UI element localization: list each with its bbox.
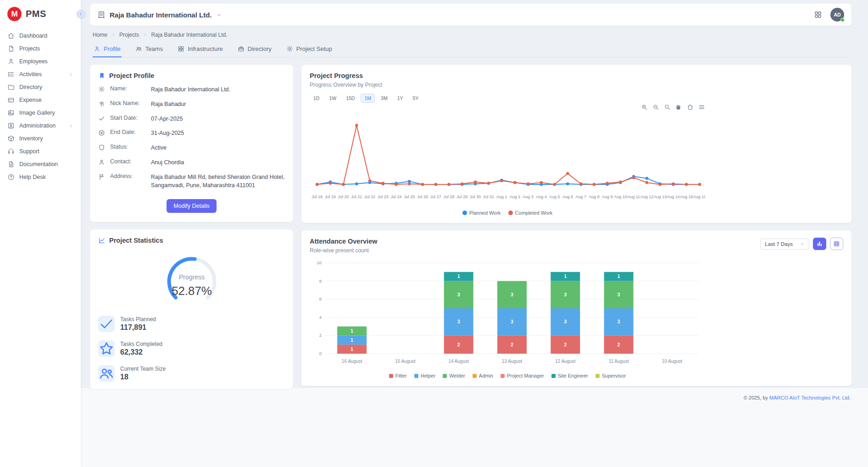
menu-icon[interactable] bbox=[698, 104, 705, 111]
svg-text:Aug 5: Aug 5 bbox=[549, 195, 560, 199]
progress-line-chart[interactable]: Jul 18Jul 19Jul 20Jul 21Jul 22Jul 23Jul … bbox=[310, 111, 705, 206]
legend-item-helper[interactable]: Helper bbox=[414, 373, 435, 378]
attendance-bar-chart[interactable]: 024681011116 August15 August233114 Augus… bbox=[310, 258, 705, 368]
legend-label: Admin bbox=[479, 373, 493, 378]
selection-zoom-icon[interactable] bbox=[664, 104, 671, 111]
zoom-in-icon[interactable] bbox=[641, 104, 648, 111]
tab-directory[interactable]: Directory bbox=[237, 42, 273, 57]
range-button-1y[interactable]: 1Y bbox=[394, 94, 407, 103]
check-icon bbox=[98, 115, 105, 122]
sidebar-item-activities[interactable]: Activities bbox=[4, 68, 77, 81]
legend-marker bbox=[508, 211, 513, 215]
svg-text:1: 1 bbox=[351, 347, 353, 352]
svg-text:Jul 21: Jul 21 bbox=[351, 195, 362, 199]
sidebar-item-documentation[interactable]: Documentation bbox=[4, 158, 77, 171]
legend-item-supervisor[interactable]: Supervisor bbox=[595, 373, 626, 378]
sidebar-item-expense[interactable]: Expense bbox=[4, 94, 77, 106]
legend-item-site-engineer[interactable]: Site Engineer bbox=[551, 373, 588, 378]
project-progress-subtitle: Progress Overview by Project bbox=[310, 82, 843, 88]
breadcrumb-item-projects[interactable]: Projects bbox=[119, 32, 139, 38]
svg-text:15 August: 15 August bbox=[395, 359, 416, 364]
flag-icon bbox=[98, 173, 105, 180]
apps-grid-icon[interactable] bbox=[814, 11, 822, 19]
legend-marker bbox=[462, 211, 467, 215]
footer-link[interactable]: MARCO AIoT Technologies Pvt. Ltd. bbox=[769, 395, 851, 400]
range-button-1d[interactable]: 1D bbox=[310, 94, 323, 103]
sidebar-item-directory[interactable]: Directory bbox=[4, 81, 77, 94]
zoom-out-icon[interactable] bbox=[652, 104, 659, 111]
users-icon bbox=[135, 45, 142, 52]
legend-item-fitter[interactable]: Fitter bbox=[389, 373, 407, 378]
bar-chart-icon bbox=[816, 240, 823, 247]
svg-text:Aug 11: Aug 11 bbox=[627, 195, 640, 199]
svg-text:3: 3 bbox=[511, 319, 513, 324]
legend-marker bbox=[551, 374, 556, 378]
footer: © 2025, by MARCO AIoT Technologies Pvt. … bbox=[302, 395, 851, 405]
range-button-3m[interactable]: 3M bbox=[377, 94, 391, 103]
stat-text: Tasks Planned117,891 bbox=[120, 316, 156, 332]
range-button-1w[interactable]: 1W bbox=[325, 94, 340, 103]
tab-infrastructure[interactable]: Infrastructure bbox=[177, 42, 224, 57]
legend-marker bbox=[414, 374, 418, 378]
sidebar-item-label: Employees bbox=[19, 58, 73, 65]
date-range-select[interactable]: Last 7 Days bbox=[760, 239, 809, 250]
svg-text:1: 1 bbox=[564, 274, 567, 279]
sidebar-item-help-desk[interactable]: Help Desk bbox=[4, 171, 77, 183]
svg-text:Jul 25: Jul 25 bbox=[404, 195, 415, 199]
svg-text:12 August: 12 August bbox=[555, 359, 576, 364]
directory-icon bbox=[7, 83, 15, 91]
svg-text:Aug 1: Aug 1 bbox=[496, 195, 507, 199]
sidebar-item-support[interactable]: Support bbox=[4, 145, 77, 158]
table-view-button[interactable] bbox=[830, 238, 843, 250]
tab-project-setup[interactable]: Project Setup bbox=[285, 42, 333, 57]
tab-teams[interactable]: Teams bbox=[134, 42, 164, 57]
sidebar-item-inventory[interactable]: Inventory bbox=[4, 132, 77, 145]
stat-label: Current Team Size bbox=[120, 366, 166, 372]
legend-item-admin[interactable]: Admin bbox=[473, 373, 493, 378]
svg-text:Jul 20: Jul 20 bbox=[338, 195, 349, 199]
range-button-5y[interactable]: 5Y bbox=[409, 94, 422, 103]
legend-item-project-manager[interactable]: Project Manager bbox=[501, 373, 544, 378]
topbar-right: AD bbox=[814, 8, 844, 22]
pan-icon[interactable] bbox=[675, 104, 682, 111]
avatar[interactable]: AD bbox=[830, 8, 844, 22]
svg-text:1: 1 bbox=[351, 328, 353, 334]
stat-text: Current Team Size18 bbox=[120, 366, 166, 381]
legend-item-planned-work[interactable]: Planned Work bbox=[462, 210, 501, 216]
breadcrumb-item-home[interactable]: Home bbox=[93, 32, 107, 38]
sidebar-item-image-gallery[interactable]: Image Gallery bbox=[4, 106, 77, 119]
tab-profile[interactable]: Profile bbox=[93, 42, 122, 57]
projects-icon bbox=[7, 45, 15, 52]
legend-item-completed-work[interactable]: Completed Work bbox=[508, 210, 553, 216]
svg-text:Jul 30: Jul 30 bbox=[470, 195, 481, 199]
activities-icon bbox=[7, 71, 15, 78]
app-logo[interactable]: M PMS bbox=[0, 0, 81, 27]
svg-text:Jul 27: Jul 27 bbox=[430, 195, 441, 199]
stat-text: Tasks Completed62,332 bbox=[120, 341, 162, 356]
time-range-selector: 1D1W15D1M3M1Y5Y bbox=[310, 94, 843, 103]
bar-chart-view-button[interactable] bbox=[813, 238, 826, 250]
sidebar-item-projects[interactable]: Projects bbox=[4, 42, 77, 55]
sidebar-collapse-button[interactable] bbox=[77, 10, 85, 18]
user-icon bbox=[94, 45, 100, 52]
company-name: Raja Bahadur International Ltd. bbox=[110, 11, 212, 19]
svg-text:3: 3 bbox=[457, 292, 460, 297]
legend-label: Supervisor bbox=[602, 373, 626, 378]
sidebar-item-administration[interactable]: Administration bbox=[4, 119, 77, 132]
left-column: Project Profile Name:Raja Bahadur Intern… bbox=[90, 65, 293, 389]
modify-details-button[interactable]: Modify Details bbox=[167, 199, 217, 213]
legend-item-welder[interactable]: Welder bbox=[443, 373, 465, 378]
home-icon[interactable] bbox=[687, 104, 694, 111]
svg-text:2: 2 bbox=[618, 342, 620, 347]
field-label: Contact: bbox=[110, 158, 146, 165]
company-selector[interactable]: Raja Bahadur International Ltd. bbox=[97, 11, 222, 19]
project-statistics-title: Project Statistics bbox=[109, 237, 163, 244]
sidebar-item-employees[interactable]: Employees bbox=[4, 55, 77, 68]
date-range-value: Last 7 Days bbox=[765, 241, 793, 247]
range-button-15d[interactable]: 15D bbox=[342, 94, 358, 103]
svg-text:3: 3 bbox=[618, 292, 620, 297]
sidebar-item-label: Inventory bbox=[19, 135, 73, 142]
range-button-1m[interactable]: 1M bbox=[361, 94, 375, 103]
administration-icon bbox=[7, 122, 15, 129]
sidebar-item-dashboard[interactable]: Dashboard bbox=[4, 29, 77, 42]
